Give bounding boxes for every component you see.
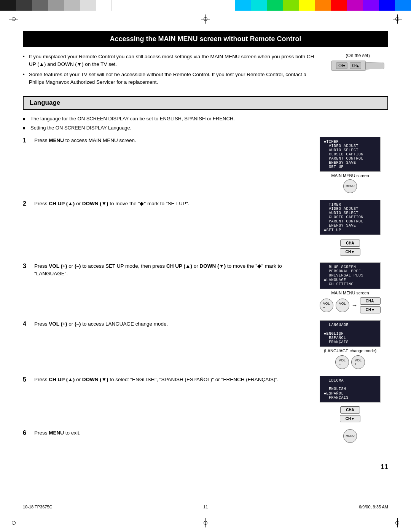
step-1-text: Press MENU to access MAIN MENU screen. [34, 137, 136, 144]
step-5-text: Press CH UP (▲) or DOWN (▼) to select "E… [34, 376, 279, 383]
color-block-lightgreen [283, 0, 299, 11]
bullet-list: If you misplaced your Remote Control you… [23, 53, 320, 86]
color-block-magenta [347, 0, 363, 11]
color-block-red [331, 0, 347, 11]
tv-shape [365, 62, 384, 70]
tv-ch-down-btn: CH▼ [336, 62, 347, 69]
step-6-menu-btn[interactable]: MENU [343, 429, 357, 443]
color-block-orange [315, 0, 331, 11]
step-3-text: Press VOL (+) or (–) to access SET UP mo… [34, 262, 304, 278]
step-1-number: 1 [23, 137, 32, 144]
step-2-text: Press CH UP (▲) or DOWN (▼) to move the … [34, 200, 190, 208]
tv-ch-up-btn: CH▲ [350, 62, 361, 69]
step-3-vol-plus-btn[interactable]: VOL+ [336, 299, 349, 312]
footer-right: 6/9/00, 9:35 AM [359, 505, 388, 509]
color-block-green [267, 0, 283, 11]
reg-mark-bottom-center [201, 518, 210, 527]
step-5: 5 Press CH UP (▲) or DOWN (▼) to select … [23, 376, 388, 422]
step-2: 2 Press CH UP (▲) or DOWN (▼) to move th… [23, 200, 388, 256]
language-section-title: Language [23, 96, 388, 110]
color-block-gray [48, 0, 64, 11]
step-1-menu-btn[interactable]: MENU [343, 179, 357, 193]
step-4-number: 4 [23, 321, 32, 328]
step-1: 1 Press MENU to access MAIN MENU screen.… [23, 137, 388, 193]
info-list: The language for the ON SCREEN DISPLAY c… [23, 115, 388, 131]
color-block-lightcyan [251, 0, 267, 11]
main-title: Accessing the MAIN MENU screen without R… [23, 31, 388, 47]
reg-mark-top-right [393, 14, 402, 24]
reg-mark-top-left [9, 14, 18, 24]
step-2-menu-screen: TIMER VIDEO ADJUST AUDIO SELECT CLOSED C… [320, 200, 381, 235]
info-item-2: Setting the ON SCREEN DISPLAY Language. [23, 124, 388, 132]
page-number: 11 [381, 463, 388, 471]
step-1-menu-screen: ◆TIMER VIDEO ADJUST AUDIO SELECT CLOSED … [320, 137, 381, 172]
color-block-blue [379, 0, 395, 11]
step-3-vol-minus-btn[interactable]: VOL− [320, 299, 333, 312]
color-block-cyan [235, 0, 251, 11]
step-6-number: 6 [23, 430, 32, 437]
step-4-menu-screen: LANGUAGE ◆ENGLISH ESPAÑOL FRANÇAIS [320, 320, 381, 347]
step-1-menu-label: MAIN MENU screen [331, 173, 369, 178]
color-block-yellow [299, 0, 315, 11]
step-4-vol-plus-btn[interactable]: VOL+ [351, 355, 365, 369]
color-block-black [0, 0, 16, 11]
tv-diagram-label: (On the set) [346, 53, 370, 58]
color-block-lightgray [64, 0, 80, 11]
color-block-violet [363, 0, 379, 11]
reg-mark-top-center [201, 14, 210, 24]
color-block-white [96, 0, 112, 11]
bullet-item-1: If you misplaced your Remote Control you… [23, 53, 320, 69]
step-5-menu-screen: IDIOMA ENGLISH ◆ESPAÑOL FRANÇAIS [320, 376, 381, 403]
step-4-vol-minus-btn[interactable]: VOL− [335, 355, 349, 369]
reg-mark-bottom-right [393, 518, 402, 527]
reg-mark-bottom-left [9, 518, 18, 527]
footer-left: 10-18 TP3675C [23, 505, 52, 509]
step-2-chv-btn[interactable]: CH▼ [340, 248, 360, 256]
step-4-menu-label: (LANGUAGE change mode) [324, 348, 376, 353]
step-6: 6 Press MENU to exit. MENU [23, 429, 388, 443]
step-5-number: 5 [23, 376, 32, 383]
step-3-arrow-right: → [352, 302, 358, 309]
color-block-midgray [32, 0, 48, 11]
step-5-chv-btn[interactable]: CH▼ [340, 415, 360, 422]
step-3-chv-btn[interactable]: CH▼ [360, 306, 381, 313]
step-3: 3 Press VOL (+) or (–) to access SET UP … [23, 262, 388, 313]
info-item-1: The language for the ON SCREEN DISPLAY c… [23, 115, 388, 123]
step-3-menu-label: MAIN MENU screen [331, 291, 369, 295]
step-4: 4 Press VOL (+) or (–) to access LANGUAG… [23, 320, 388, 369]
color-block-darkgray [16, 0, 32, 11]
step-3-menu-screen: BLUE SCREEN PERSONAL PREF. UNIVERSAL PLU… [320, 262, 381, 289]
step-2-number: 2 [23, 200, 32, 208]
tv-body: CH▼ CH▲ [331, 61, 366, 71]
footer-center: 11 [203, 505, 208, 509]
bullet-item-2: Some features of your TV set will not be… [23, 71, 320, 86]
step-6-text: Press MENU to exit. [34, 429, 81, 437]
step-2-cha-btn[interactable]: CHA [340, 240, 360, 247]
color-block-verylightgray [80, 0, 96, 11]
step-3-cha-btn[interactable]: CHA [360, 297, 381, 305]
step-5-cha-btn[interactable]: CHA [340, 406, 360, 414]
color-block-skyblue [395, 0, 411, 11]
step-3-number: 3 [23, 263, 32, 278]
step-4-text: Press VOL (+) or (–) to access LANGUAGE … [34, 320, 168, 328]
